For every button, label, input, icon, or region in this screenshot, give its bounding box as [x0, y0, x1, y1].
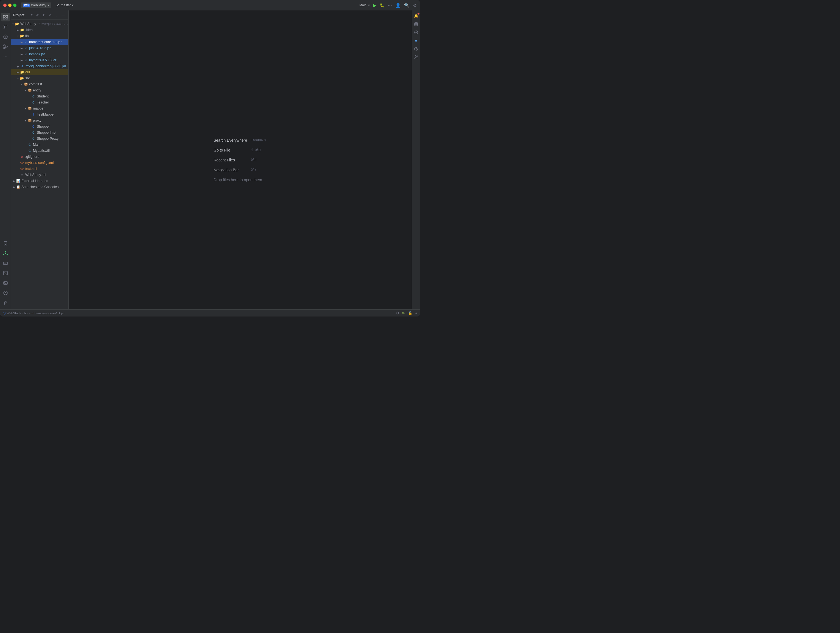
svg-point-27: [5, 294, 6, 294]
tree-item-junit[interactable]: ▶ J junit-4.13.2.jar: [11, 45, 68, 51]
tree-item-shopperproxy[interactable]: C ShopperProxy: [11, 136, 68, 142]
svg-rect-11: [3, 47, 5, 49]
sidebar-item-images[interactable]: [1, 279, 10, 287]
search-icon[interactable]: 🔍: [404, 3, 410, 8]
class-icon-shopperimpl: C: [31, 130, 36, 135]
openai-icon[interactable]: [413, 46, 420, 52]
package-icon-comtest: 📦: [24, 82, 28, 87]
branch-selector[interactable]: ⎇ master ▾: [56, 3, 74, 7]
branch-dropdown-icon: ▾: [72, 3, 74, 7]
recent-files-shortcut: ⌘E: [251, 158, 257, 162]
tree-item-mybatisutil[interactable]: C MybatisUtil: [11, 148, 68, 154]
panel-gear-button[interactable]: ⋮: [54, 13, 60, 18]
panel-minimize-button[interactable]: —: [61, 13, 66, 18]
run-button[interactable]: ▶: [373, 3, 376, 8]
sidebar-item-terminal[interactable]: [1, 269, 10, 278]
tree-item-out[interactable]: ▶ 📁 out: [11, 69, 68, 75]
tree-item-entity[interactable]: ▾ 📦 entity: [11, 87, 68, 93]
svg-point-35: [415, 56, 416, 57]
tree-arrow-proxy: ▾: [24, 118, 27, 122]
sidebar-item-vcs[interactable]: [1, 22, 10, 31]
svg-line-13: [5, 47, 6, 48]
sidebar-item-ai[interactable]: [1, 32, 10, 41]
tree-item-shopper[interactable]: C Shopper: [11, 123, 68, 129]
file-tree-panel: Project ▾ ⟳ ⇑ ✕ ⋮ — ▾ 📂 WebStudy ~/Deskt…: [11, 10, 69, 309]
svg-rect-0: [3, 15, 5, 17]
notifications-icon[interactable]: 🔔: [413, 13, 420, 19]
jar-icon-hamcrest: J: [24, 40, 28, 44]
close-button[interactable]: [3, 3, 6, 7]
status-pencil-icon[interactable]: ✏: [402, 311, 405, 315]
welcome-item-goto-file: Go to File ⇧ ⌘O: [213, 148, 267, 152]
maximize-button[interactable]: [13, 3, 16, 7]
tree-label-main: Main: [33, 143, 40, 147]
more-actions-button[interactable]: ⋯: [388, 3, 392, 8]
tree-item-testmapper[interactable]: I TestMapper: [11, 111, 68, 117]
team-icon[interactable]: [413, 54, 420, 60]
tree-item-external-libs[interactable]: ▶ 📊 External Libraries: [11, 178, 68, 184]
svg-point-4: [4, 25, 5, 26]
panel-collapse-button[interactable]: ⇑: [41, 13, 46, 18]
tree-item-mybatis[interactable]: ▶ J mybatis-3.5.13.jar: [11, 57, 68, 63]
debug-button[interactable]: 🐛: [380, 3, 384, 8]
tree-item-src[interactable]: ▾ 📂 src: [11, 75, 68, 81]
tree-item-hamcrest[interactable]: ▶ J hamcrest-core-1.1.jar: [11, 39, 68, 45]
svg-point-8: [3, 35, 8, 39]
nav-bar-label: Navigation Bar: [213, 168, 246, 172]
tree-item-textxml[interactable]: </> text.xml: [11, 166, 68, 172]
panel-close-button[interactable]: ✕: [47, 13, 53, 18]
project-selector[interactable]: WS WebStudy ▾: [21, 3, 51, 8]
sidebar-item-problems[interactable]: [1, 289, 10, 297]
traffic-lights: [3, 3, 16, 7]
ai-assistant-icon[interactable]: [413, 29, 420, 36]
tree-item-teacher[interactable]: C Teacher: [11, 99, 68, 106]
tree-label-textxml: text.xml: [25, 167, 37, 171]
svg-line-12: [5, 45, 6, 47]
tree-item-mapper[interactable]: ▾ 📦 mapper: [11, 106, 68, 111]
tree-item-student[interactable]: C Student: [11, 93, 68, 99]
status-lib[interactable]: lib: [24, 311, 28, 315]
tree-label-mybatis: mybatis-3.5.13.jar: [29, 58, 56, 62]
sidebar-item-gradle[interactable]: [1, 249, 10, 258]
tree-arrow-idea: ▶: [16, 28, 20, 32]
tree-item-scratches[interactable]: ▶ 📋 Scratches and Consoles: [11, 184, 68, 190]
tree-item-lombok[interactable]: ▶ J lombok.jar: [11, 51, 68, 57]
svg-rect-1: [6, 15, 8, 17]
status-lock-icon[interactable]: 🔒: [408, 311, 412, 315]
status-file[interactable]: hamcrest-core-1.1.jar: [35, 311, 65, 315]
tree-item-mysql[interactable]: ▶ J mysql-connector-j-8.2.0.jar: [11, 63, 68, 69]
tree-item-comtest[interactable]: ▾ 📦 com.test: [11, 81, 68, 87]
package-icon-proxy: 📦: [27, 118, 32, 123]
settings-icon[interactable]: ⚙: [413, 3, 417, 8]
tree-item-gitignore[interactable]: ⊘ .gitignore: [11, 154, 68, 160]
status-project[interactable]: WebStudy: [6, 311, 21, 315]
panel-sync-button[interactable]: ⟳: [34, 13, 40, 18]
tree-label-student: Student: [37, 95, 49, 98]
jar-icon-mybatis: J: [24, 58, 28, 62]
tree-item-webstudy-iml[interactable]: ⊞ WebStudy.iml: [11, 172, 68, 178]
sidebar-item-git[interactable]: [1, 298, 10, 307]
run-config-selector[interactable]: Main ▾: [359, 3, 370, 7]
sidebar-item-structure[interactable]: [1, 42, 10, 51]
status-settings-icon[interactable]: ⚙: [396, 311, 399, 315]
sidebar-item-bookmarks[interactable]: [1, 239, 10, 248]
tree-item-mybatisconfig[interactable]: </> mybatis-config.xml: [11, 160, 68, 166]
tree-arrow-scratches: ▶: [12, 185, 16, 189]
tree-item-idea[interactable]: ▶ 📁 .idea: [11, 27, 68, 33]
tree-item-main[interactable]: C Main: [11, 142, 68, 148]
copilot-icon[interactable]: ●: [413, 37, 420, 44]
sidebar-item-more[interactable]: ···: [1, 52, 10, 61]
folder-icon-src: 📂: [20, 76, 24, 81]
search-everywhere-label: Search Everywhere: [213, 138, 247, 142]
tree-item-lib[interactable]: ▾ 📂 lib: [11, 33, 68, 39]
tree-item-proxy[interactable]: ▾ 📦 proxy: [11, 117, 68, 123]
database-icon[interactable]: [413, 21, 420, 27]
tree-label-mybatisutil: MybatisUtil: [33, 149, 50, 153]
sidebar-item-project[interactable]: [1, 13, 10, 21]
status-ws-icon: ⬡: [3, 311, 5, 315]
panel-dropdown[interactable]: ▾: [31, 13, 33, 17]
sidebar-item-build[interactable]: [1, 259, 10, 268]
tree-item-shopperimpl[interactable]: C ShopperImpl: [11, 129, 68, 136]
minimize-button[interactable]: [8, 3, 11, 7]
tree-item-root[interactable]: ▾ 📂 WebStudy ~/Desktop/CS/JavaEE/1.JavaW…: [11, 21, 68, 27]
